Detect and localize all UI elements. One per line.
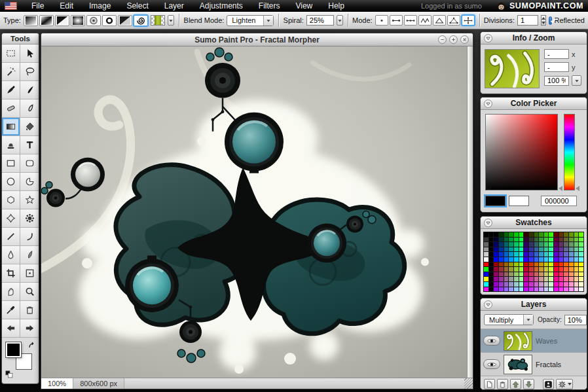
brand[interactable]: SUMOPAINT.COM <box>496 1 583 11</box>
mode-triangle-button[interactable] <box>433 15 446 26</box>
swatch-99FF99[interactable] <box>519 277 524 281</box>
swatch-FF33FF[interactable] <box>559 287 564 292</box>
swatch-669900[interactable] <box>569 232 574 237</box>
menu-item-file[interactable]: File <box>24 0 52 12</box>
swatch-9900CC[interactable] <box>494 282 498 287</box>
swatch-993300[interactable] <box>499 262 504 267</box>
menu-item-adjustments[interactable]: Adjustments <box>192 0 251 12</box>
swatch-990099[interactable] <box>494 277 498 281</box>
swatch-990033[interactable] <box>494 267 498 272</box>
swatch-CC3399[interactable] <box>529 277 534 281</box>
swatch-33CC66[interactable] <box>544 242 549 247</box>
swatch-FF9900[interactable] <box>569 262 574 267</box>
mode-segment-button[interactable] <box>390 15 403 26</box>
swatch-00CC99[interactable] <box>514 247 519 252</box>
swatch-339966[interactable] <box>539 242 543 247</box>
swatch-00FF99[interactable] <box>519 247 524 252</box>
menu-item-filters[interactable]: Filters <box>251 0 288 12</box>
swatch-CC3333[interactable] <box>529 267 534 272</box>
spiral-input[interactable] <box>306 15 334 26</box>
swatch-FFFFFF[interactable] <box>484 257 488 262</box>
swatch-6633CC[interactable] <box>559 252 564 257</box>
swatch-00CCFF[interactable] <box>514 257 519 262</box>
default-colors-icon[interactable] <box>5 370 13 378</box>
swatch-3399CC[interactable] <box>539 252 543 257</box>
swatch-99CC99[interactable] <box>514 277 519 281</box>
swatch-00FF33[interactable] <box>519 238 524 242</box>
swatch-993366[interactable] <box>499 272 504 277</box>
move-layer-up-button[interactable] <box>510 379 521 389</box>
swatch-330033[interactable] <box>524 238 528 242</box>
swatch-660066[interactable] <box>554 242 559 247</box>
swatch-666666[interactable] <box>484 242 488 247</box>
swatch-666633[interactable] <box>564 238 568 242</box>
swatch-FF6633[interactable] <box>564 267 568 272</box>
swatch-33FF99[interactable] <box>549 247 553 252</box>
swatch-999900[interactable] <box>509 262 513 267</box>
swatch-CCCCCC[interactable] <box>544 282 549 287</box>
blend-mode-select[interactable]: Lighten <box>227 15 274 26</box>
swatch-00CC33[interactable] <box>514 238 519 242</box>
layer-blend-mode-select[interactable]: Multiply <box>484 314 534 325</box>
swatch-3300CC[interactable] <box>524 252 528 257</box>
swatch-00FF00[interactable] <box>484 267 488 272</box>
swatch-FF3333[interactable] <box>559 267 564 272</box>
swatch-66FF00[interactable] <box>579 232 583 237</box>
swatch-CC9933[interactable] <box>539 267 543 272</box>
swatch-CCFF99[interactable] <box>549 277 553 281</box>
tool-pen[interactable] <box>2 81 20 99</box>
swatch-66FF99[interactable] <box>579 247 583 252</box>
swatch-FFCC99[interactable] <box>574 277 579 281</box>
swatch-CC9900[interactable] <box>539 262 543 267</box>
swatch-CCCCFF[interactable] <box>544 287 549 292</box>
mode-zigzag-button[interactable] <box>418 15 432 26</box>
swatch-FFCCCC[interactable] <box>574 282 579 287</box>
swatch-33FFCC[interactable] <box>549 252 553 257</box>
tool-clone-stamp[interactable] <box>2 136 20 154</box>
gradient-type-twotone-button[interactable] <box>118 15 132 26</box>
swatch-FF66CC[interactable] <box>564 282 568 287</box>
swatch-000000[interactable] <box>489 238 494 242</box>
swatch-333366[interactable] <box>529 242 534 247</box>
swatch-663399[interactable] <box>559 247 564 252</box>
swatch-FF00FF[interactable] <box>484 287 488 292</box>
swatch-003333[interactable] <box>499 238 504 242</box>
swatch-000000[interactable] <box>489 242 494 247</box>
swatch-000033[interactable] <box>494 238 498 242</box>
collapse-panel-icon[interactable] <box>484 219 492 227</box>
swatch-336666[interactable] <box>534 242 539 247</box>
foreground-color-chip[interactable] <box>6 342 21 357</box>
swap-colors-icon[interactable] <box>28 341 35 349</box>
swatch-999999[interactable] <box>484 247 488 252</box>
swatch-660033[interactable] <box>554 238 559 242</box>
tool-lasso[interactable] <box>20 63 39 81</box>
swatch-FF0066[interactable] <box>554 272 559 277</box>
swatch-33FF66[interactable] <box>549 242 553 247</box>
swatch-0033FF[interactable] <box>499 257 504 262</box>
swatch-000000[interactable] <box>489 257 494 262</box>
swatch-333399[interactable] <box>529 247 534 252</box>
swatch-FF9933[interactable] <box>569 267 574 272</box>
zoom-level[interactable]: 100% <box>41 378 73 389</box>
swatch-660099[interactable] <box>554 247 559 252</box>
swatch-99FF00[interactable] <box>519 262 524 267</box>
tool-undo[interactable] <box>2 319 20 338</box>
menu-item-help[interactable]: Help <box>320 0 352 12</box>
x-coordinate-input[interactable] <box>544 49 569 59</box>
swatch-9999FF[interactable] <box>509 287 513 292</box>
swatch-339900[interactable] <box>539 232 543 237</box>
swatch-FFFF99[interactable] <box>579 277 583 281</box>
mode-multipoint-button[interactable] <box>404 15 417 26</box>
swatch-9966FF[interactable] <box>504 287 509 292</box>
tool-paint-bucket[interactable] <box>20 118 39 136</box>
delete-layer-button[interactable] <box>497 379 508 389</box>
swatch-00FFFF[interactable] <box>519 257 524 262</box>
maximize-button[interactable] <box>449 35 458 44</box>
swatch-FFCCFF[interactable] <box>574 287 579 292</box>
menu-item-select[interactable]: Select <box>119 0 156 12</box>
mode-cross-button[interactable] <box>462 15 475 26</box>
swatch-000000[interactable] <box>489 272 494 277</box>
swatch-003300[interactable] <box>499 232 504 237</box>
swatch-99CC33[interactable] <box>514 267 519 272</box>
step-up-icon[interactable] <box>542 16 545 20</box>
